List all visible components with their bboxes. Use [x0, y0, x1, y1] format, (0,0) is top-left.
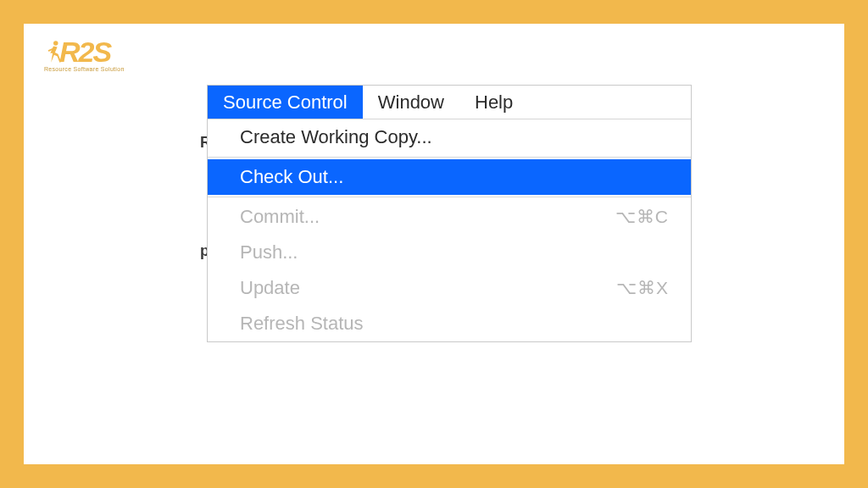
menu-item-label: Refresh Status — [240, 313, 364, 335]
menu-item-shortcut: ⌥⌘C — [615, 207, 669, 227]
menu-item-refresh-status[interactable]: Refresh Status — [208, 306, 691, 341]
menu-item-check-out[interactable]: Check Out... — [208, 159, 691, 195]
logo-wordmark: R2S — [44, 39, 110, 64]
menubar-item-window[interactable]: Window — [363, 86, 459, 119]
menu-item-label: Commit... — [240, 206, 320, 228]
menubar: Source Control Window Help — [208, 86, 691, 119]
logo-text: R2S — [59, 40, 110, 64]
menubar-label: Help — [475, 92, 513, 114]
menu-item-shortcut: ⌥⌘X — [616, 278, 669, 298]
runner-icon — [44, 39, 63, 64]
menu-item-label: Create Working Copy... — [240, 126, 432, 148]
menu-item-label: Update — [240, 277, 300, 299]
menu-item-label: Push... — [240, 241, 298, 263]
menu-item-update[interactable]: Update ⌥⌘X — [208, 270, 691, 306]
menu-item-create-working-copy[interactable]: Create Working Copy... — [208, 119, 691, 155]
brand-logo: R2S Resource Software Solution — [44, 39, 125, 72]
slide-card: R2S Resource Software Solution R p ≣ Sou… — [24, 24, 844, 464]
menubar-label: Window — [378, 92, 444, 114]
menubar-label: Source Control — [223, 92, 348, 114]
menubar-item-help[interactable]: Help — [459, 86, 528, 119]
menu-item-commit[interactable]: Commit... ⌥⌘C — [208, 199, 691, 235]
logo-tagline: Resource Software Solution — [44, 66, 125, 72]
slide-frame: R2S Resource Software Solution R p ≣ Sou… — [0, 0, 868, 488]
menu-item-label: Check Out... — [240, 166, 343, 188]
menu-item-push[interactable]: Push... — [208, 235, 691, 270]
dropdown-menu: Create Working Copy... Check Out... Comm… — [208, 119, 691, 341]
menubar-item-source-control[interactable]: Source Control — [208, 86, 363, 119]
menu-separator — [208, 157, 691, 158]
menu-screenshot: Source Control Window Help Create Workin… — [207, 85, 692, 342]
svg-point-0 — [53, 41, 58, 46]
menu-separator — [208, 197, 691, 197]
